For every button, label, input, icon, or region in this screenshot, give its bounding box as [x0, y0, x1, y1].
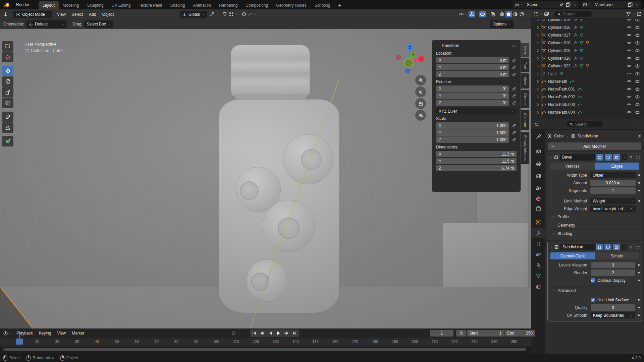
- breadcrumb-object[interactable]: Cube: [554, 134, 564, 138]
- filter-icon[interactable]: [626, 11, 631, 17]
- ruler-tick-90[interactable]: 90: [194, 340, 198, 344]
- timeline-scrollbar[interactable]: [3, 348, 526, 351]
- close-icon[interactable]: [629, 155, 633, 160]
- quality-field[interactable]: 3: [591, 304, 635, 311]
- ruler-tick-210[interactable]: 210: [432, 340, 438, 344]
- edit-mode-display-toggle[interactable]: [596, 244, 603, 250]
- amount-field[interactable]: 0.023 m: [590, 180, 636, 186]
- outliner-row[interactable]: NurbsPath.003: [531, 101, 644, 108]
- ruler-tick-70[interactable]: 70: [155, 340, 159, 344]
- mode-dropdown[interactable]: Object Mode: [13, 11, 52, 18]
- scene-browse-icon[interactable]: [515, 2, 519, 7]
- realtime-display-toggle[interactable]: [605, 154, 612, 161]
- disable-render-icon[interactable]: [635, 94, 640, 99]
- disable-render-icon[interactable]: [635, 79, 640, 84]
- outliner-row[interactable]: Cylinder.023: [531, 62, 644, 70]
- object-name[interactable]: Cylinder.017: [548, 33, 571, 38]
- object-name[interactable]: NurbsPath.004: [548, 110, 575, 115]
- object-name[interactable]: Cylinder.023: [548, 64, 571, 68]
- sidebar-tab-simply-addons[interactable]: Simply Addons: [521, 132, 529, 164]
- realtime-display-toggle[interactable]: [604, 244, 611, 250]
- gizmo-axis-x[interactable]: X: [418, 56, 425, 62]
- workspace-tab-compositing[interactable]: Compositing: [241, 1, 272, 9]
- properties-tab-viewlayer[interactable]: [531, 171, 545, 181]
- expand-icon[interactable]: [536, 71, 540, 76]
- axis-z-field[interactable]: Z6.74 m: [436, 165, 517, 171]
- outliner-row[interactable]: Cylinder.016: [531, 23, 644, 31]
- gizmo-axis-y[interactable]: Y: [410, 52, 416, 58]
- scene-name[interactable]: Scene: [525, 2, 558, 7]
- disable-render-icon[interactable]: [635, 86, 640, 92]
- levels-viewport-field[interactable]: 3: [591, 262, 635, 268]
- workspace-tab-scripting[interactable]: Scripting: [311, 1, 334, 9]
- ruler-tick-140[interactable]: 140: [292, 340, 299, 344]
- breadcrumb-modifier[interactable]: Subdivision: [578, 134, 598, 138]
- object-name[interactable]: Cylinder.016: [548, 25, 571, 30]
- tool-annotate-button[interactable]: [2, 112, 13, 122]
- show-object-types-icon[interactable]: [459, 11, 464, 17]
- workspace-tab-geometry-nodes[interactable]: Geometry Nodes: [272, 1, 311, 9]
- expand-icon[interactable]: [536, 102, 540, 107]
- jump-to-end-button[interactable]: [291, 330, 298, 336]
- segments-field[interactable]: 1: [590, 187, 636, 194]
- use-limit-surface-checkbox[interactable]: [591, 298, 595, 302]
- sidebar-tab-tool[interactable]: Tool: [521, 58, 529, 72]
- bevel-modifier-header[interactable]: Bevel: [549, 154, 640, 161]
- tool-addcube-button[interactable]: [2, 136, 13, 146]
- advanced-subpanel-header[interactable]: Advanced: [550, 286, 640, 295]
- add-workspace-button[interactable]: +: [334, 1, 345, 9]
- expand-icon[interactable]: [536, 56, 540, 61]
- properties-tab-render[interactable]: [531, 146, 545, 157]
- limit-method-dropdown[interactable]: Weight: [590, 198, 636, 204]
- modifier-extras-dropdown[interactable]: [621, 244, 627, 250]
- properties-tab-mod[interactable]: [531, 228, 545, 238]
- edit-mode-display-toggle[interactable]: [596, 154, 603, 161]
- ruler-tick-200[interactable]: 200: [412, 340, 418, 344]
- decorator-dot[interactable]: [638, 307, 640, 308]
- sidebar-tab-animate[interactable]: Animate: [521, 110, 529, 130]
- filter-id-icon[interactable]: [544, 11, 549, 17]
- gizmo-axis-z[interactable]: Z: [407, 44, 413, 51]
- gizmo-axis-neg-z[interactable]: [405, 68, 411, 73]
- hide-viewport-icon[interactable]: [627, 63, 632, 68]
- object-name[interactable]: Cylinder.018: [548, 41, 571, 45]
- play-button[interactable]: [275, 330, 282, 336]
- disable-render-icon[interactable]: [635, 40, 640, 45]
- prev-keyframe-button[interactable]: [259, 330, 266, 336]
- falloff-curve-icon[interactable]: [248, 11, 253, 17]
- play-reverse-button[interactable]: [267, 330, 274, 336]
- bevel-name-field[interactable]: Bevel: [560, 154, 595, 161]
- hide-viewport-icon[interactable]: [627, 71, 632, 76]
- disable-render-icon[interactable]: [635, 71, 640, 76]
- jump-to-start-button[interactable]: [251, 330, 258, 336]
- optimal-display-checkbox[interactable]: [591, 278, 595, 283]
- ruler-tick-20[interactable]: 20: [55, 340, 59, 344]
- current-frame-field[interactable]: 1: [430, 330, 453, 337]
- subdivision-modifier-header[interactable]: Subdivision: [550, 243, 640, 251]
- stopwatch-toggle[interactable]: [456, 330, 466, 337]
- tool-transform-button[interactable]: [2, 98, 13, 108]
- tool-move-button[interactable]: [2, 66, 13, 76]
- disable-render-icon[interactable]: [635, 110, 640, 115]
- expand-icon[interactable]: [1, 341, 4, 344]
- axis-z-field[interactable]: Z0°: [436, 100, 509, 106]
- hide-viewport-icon[interactable]: [627, 79, 632, 84]
- properties-tab-phys[interactable]: [531, 249, 545, 259]
- timeline-menu-marker[interactable]: Marker: [69, 328, 87, 338]
- timeline-menu-playback[interactable]: Playback: [13, 328, 36, 338]
- menu-render[interactable]: Render: [13, 0, 34, 9]
- next-keyframe-button[interactable]: [283, 330, 290, 336]
- close-icon[interactable]: [628, 245, 633, 249]
- playhead[interactable]: [19, 335, 20, 345]
- viewlayer-selector[interactable]: ViewLayer: [581, 1, 641, 8]
- hide-viewport-icon[interactable]: [627, 56, 632, 61]
- shading-material-icon[interactable]: [513, 11, 518, 17]
- properties-tab-collection[interactable]: [531, 203, 545, 214]
- expand-icon[interactable]: [536, 95, 540, 99]
- timeline-ruler[interactable]: 1020304050607080901001101201301401501601…: [0, 338, 531, 347]
- ruler-tick-80[interactable]: 80: [174, 340, 178, 344]
- ruler-tick-230[interactable]: 230: [471, 340, 477, 344]
- xray-toggle-icon[interactable]: [490, 11, 496, 17]
- expand-icon[interactable]: [536, 79, 540, 84]
- ruler-tick-40[interactable]: 40: [95, 340, 99, 344]
